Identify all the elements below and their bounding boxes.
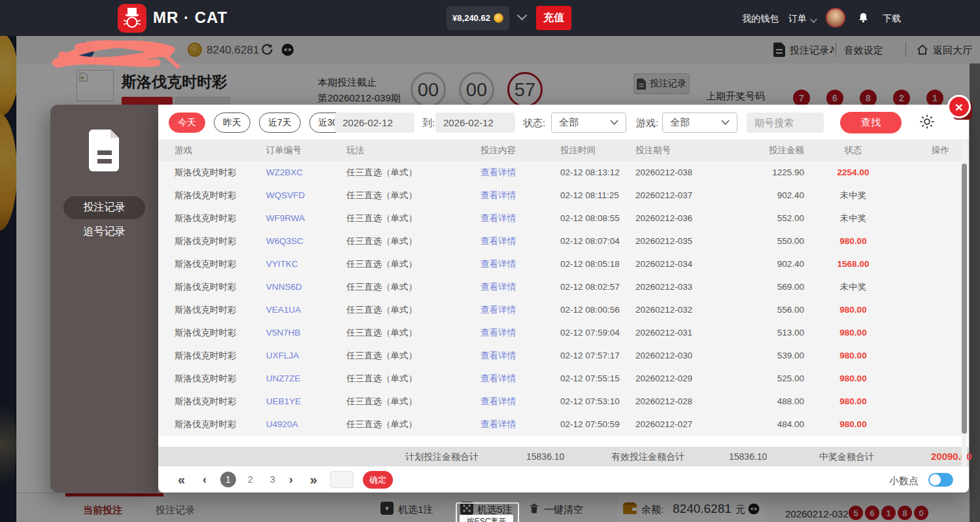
confirm-page-button[interactable]: 确定 (363, 471, 393, 489)
user-avatar[interactable] (826, 8, 845, 27)
my-wallet-link[interactable]: 我的钱包 (742, 13, 779, 25)
row-amount: 488.00 (752, 396, 804, 406)
orders-menu[interactable]: 订单 (788, 13, 807, 25)
table-row: 斯洛伐克时时彩W6Q3SC任三直选（单式）查看详情02-12 08:07:042… (158, 230, 969, 252)
row-time: 02-12 08:11:25 (560, 190, 635, 200)
view-detail-link[interactable]: 查看详情 (481, 235, 560, 247)
records-modal-panel: 今天昨天近7天近30天 到: 状态: 全部 游戏: 全部 查找 游戏 订单编号 … (158, 105, 969, 493)
row-amount: 902.40 (752, 190, 804, 200)
pagination-bar: « ‹ 123 › » 确定 小数点 (158, 466, 969, 493)
row-play: 任三直选（单式） (346, 213, 481, 224)
chevron-down-icon[interactable] (517, 10, 528, 21)
view-detail-link[interactable]: 查看详情 (481, 167, 560, 179)
next-page-button[interactable]: › (289, 473, 293, 487)
row-time: 02-12 07:50:59 (560, 419, 635, 429)
row-play: 任三直选（单式） (346, 258, 481, 270)
view-detail-link[interactable]: 查看详情 (481, 350, 560, 362)
view-detail-link[interactable]: 查看详情 (481, 304, 560, 316)
app-screen: 8240.6281 投注记录 ♪ 音效设定 返回大厅 斯洛伐克时时彩 本期投注截… (0, 0, 980, 522)
modal-scrollbar-thumb[interactable] (962, 164, 967, 434)
row-status: 未中奖 (804, 213, 902, 224)
modal-scrollbar[interactable] (962, 139, 967, 466)
date-to-label: 到: (422, 117, 435, 130)
decimal-toggle-label: 小数点 (889, 475, 919, 487)
summary-bar: 计划投注金额合计 15836.10 有效投注金额合计 15836.10 中奖金额… (158, 447, 969, 466)
view-detail-link[interactable]: 查看详情 (481, 327, 560, 339)
page-jump-input[interactable] (330, 471, 354, 488)
row-game: 斯洛伐克时时彩 (175, 419, 266, 430)
page-button-3[interactable]: 3 (265, 472, 280, 487)
col-status: 状态 (804, 145, 902, 156)
page-button-1[interactable]: 1 (220, 472, 236, 487)
wallet-balance-amount: ¥8,240.62 (452, 13, 490, 23)
quick-filter-0[interactable]: 今天 (169, 113, 205, 133)
order-id-link[interactable]: VNNS6D (266, 282, 346, 292)
row-game: 斯洛伐克时时彩 (175, 190, 266, 201)
order-id-link[interactable]: UNZ7ZE (266, 374, 346, 383)
col-order: 订单编号 (266, 145, 346, 156)
row-period: 20260212-035 (635, 236, 752, 246)
row-time: 02-12 08:07:04 (560, 236, 635, 246)
order-id-link[interactable]: WQSVFD (266, 190, 346, 200)
game-filter-label: 游戏: (636, 117, 658, 130)
order-id-link[interactable]: WF9RWA (266, 213, 346, 223)
row-game: 斯洛伐克时时彩 (175, 213, 266, 224)
prev-page-button[interactable]: ‹ (203, 473, 207, 487)
sidebar-item-bet-records[interactable]: 投注记录 (63, 196, 145, 219)
order-id-link[interactable]: U4920A (266, 419, 346, 429)
view-detail-link[interactable]: 查看详情 (481, 213, 560, 224)
table-row: 斯洛伐克时时彩UEB1YE任三直选（单式）查看详情02-12 07:53:102… (158, 390, 969, 413)
gear-icon[interactable] (919, 113, 936, 133)
order-id-link[interactable]: UXFLJA (266, 351, 346, 360)
esc-hint-tooltip: 按ESC离开 (460, 515, 513, 522)
date-to-input[interactable] (435, 113, 515, 133)
order-id-link[interactable]: W6Q3SC (266, 236, 346, 246)
last-page-button[interactable]: » (310, 472, 317, 487)
order-id-link[interactable]: VEA1UA (266, 305, 346, 315)
status-select[interactable]: 全部 (551, 113, 626, 133)
quick-filter-1[interactable]: 昨天 (214, 113, 250, 133)
download-link[interactable]: 下载 (883, 13, 901, 25)
col-time: 投注时间 (560, 145, 635, 156)
row-amount: 484.00 (752, 419, 804, 429)
view-detail-link[interactable]: 查看详情 (481, 190, 560, 201)
row-period: 20260212-038 (635, 167, 752, 177)
row-period: 20260212-027 (635, 419, 752, 429)
order-id-link[interactable]: V5N7HB (266, 328, 346, 338)
row-time: 02-12 08:05:18 (560, 259, 635, 269)
recharge-button[interactable]: 充值 (536, 6, 571, 30)
brand-logo-icon[interactable] (118, 4, 146, 33)
row-status: 1568.00 (804, 259, 902, 269)
date-from-input[interactable] (335, 113, 414, 133)
order-id-link[interactable]: UEB1YE (266, 396, 346, 406)
view-detail-link[interactable]: 查看详情 (481, 258, 560, 270)
order-id-link[interactable]: WZ2BXC (266, 167, 346, 177)
modal-close-button[interactable]: × (947, 95, 976, 124)
wallet-balance[interactable]: ¥8,240.62 (447, 6, 509, 30)
row-game: 斯洛伐克时时彩 (175, 167, 266, 179)
row-amount: 539.00 (752, 351, 804, 360)
sidebar-item-chase-records[interactable]: 追号记录 (50, 225, 158, 239)
row-game: 斯洛伐克时时彩 (175, 258, 266, 270)
row-status: 980.00 (804, 236, 902, 246)
row-period: 20260212-028 (635, 396, 752, 406)
view-detail-link[interactable]: 查看详情 (481, 373, 560, 385)
order-id-link[interactable]: VYITKC (266, 259, 346, 269)
col-play: 玩法 (346, 145, 481, 156)
view-detail-link[interactable]: 查看详情 (481, 396, 560, 408)
view-detail-link[interactable]: 查看详情 (481, 281, 560, 293)
decimal-toggle[interactable] (928, 473, 953, 487)
quick-filter-2[interactable]: 近7天 (259, 113, 301, 133)
search-button[interactable]: 查找 (840, 112, 902, 133)
col-game: 游戏 (175, 145, 266, 156)
game-select[interactable]: 全部 (662, 113, 737, 133)
notification-bell-icon[interactable] (858, 11, 869, 27)
first-page-button[interactable]: « (178, 472, 185, 487)
page-button-2[interactable]: 2 (243, 472, 258, 487)
row-play: 任三直选（单式） (346, 304, 481, 316)
row-play: 任三直选（单式） (346, 190, 481, 201)
close-icon[interactable]: × (947, 95, 971, 118)
view-detail-link[interactable]: 查看详情 (481, 419, 560, 430)
col-period: 投注期号 (635, 145, 752, 156)
period-search-input[interactable] (747, 113, 824, 133)
